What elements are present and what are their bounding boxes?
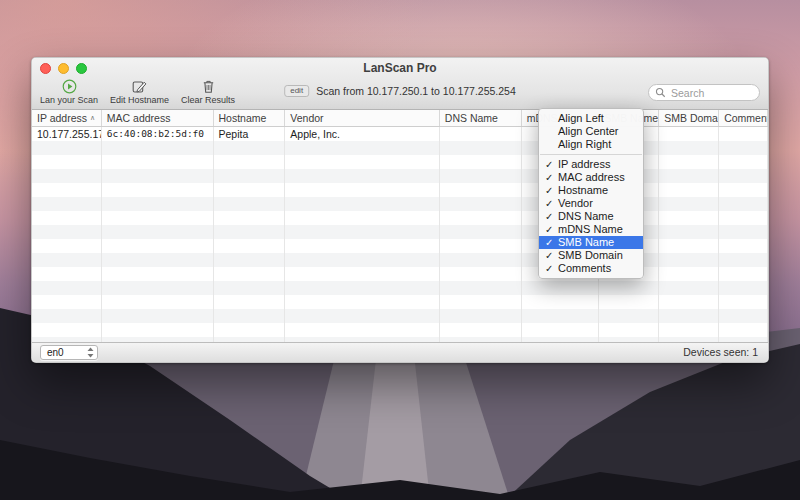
zoom-button[interactable] bbox=[76, 63, 87, 74]
clear-results-button[interactable]: Clear Results bbox=[181, 79, 235, 105]
table-cell bbox=[214, 281, 286, 295]
menu-item-column-vendor[interactable]: ✓Vendor bbox=[539, 197, 643, 210]
table-cell bbox=[285, 155, 440, 169]
search-field[interactable] bbox=[648, 84, 760, 101]
minimize-button[interactable] bbox=[58, 63, 69, 74]
close-button[interactable] bbox=[40, 63, 51, 74]
table-cell bbox=[659, 183, 719, 197]
column-header-smb-domain[interactable]: SMB Domain bbox=[659, 110, 719, 126]
table-cell bbox=[719, 281, 768, 295]
table-cell bbox=[659, 323, 719, 337]
table-cell bbox=[440, 295, 522, 309]
table-cell bbox=[659, 295, 719, 309]
table-cell bbox=[719, 169, 768, 183]
table-cell bbox=[285, 169, 440, 183]
table-cell bbox=[214, 323, 286, 337]
menu-item-column-smb-domain[interactable]: ✓SMB Domain bbox=[539, 249, 643, 262]
devices-seen-label: Devices seen: 1 bbox=[683, 346, 758, 358]
menu-item-column-mdns-name[interactable]: ✓mDNS Name bbox=[539, 223, 643, 236]
window-chrome: LanScan Pro Lan your Scan Edit Hostname bbox=[32, 58, 768, 110]
menu-item-column-dns-name[interactable]: ✓DNS Name bbox=[539, 210, 643, 223]
menu-item-column-mac-address[interactable]: ✓MAC address bbox=[539, 171, 643, 184]
title-bar[interactable]: LanScan Pro bbox=[32, 58, 768, 78]
table-cell bbox=[102, 225, 214, 239]
table-cell bbox=[285, 225, 440, 239]
edit-hostname-button[interactable]: Edit Hostname bbox=[110, 79, 169, 105]
table-cell bbox=[659, 309, 719, 323]
table-cell bbox=[285, 211, 440, 225]
menu-item-column-comments[interactable]: ✓Comments bbox=[539, 262, 643, 275]
column-header-mac-address[interactable]: MAC address bbox=[102, 110, 214, 126]
table-cell bbox=[214, 141, 286, 155]
context-menu-columns-group: ✓IP address✓MAC address✓Hostname✓Vendor✓… bbox=[539, 158, 643, 275]
menu-item-column-hostname[interactable]: ✓Hostname bbox=[539, 184, 643, 197]
checkmark-icon: ✓ bbox=[545, 236, 553, 249]
table-cell bbox=[659, 281, 719, 295]
column-header-comments[interactable]: Comments bbox=[719, 110, 768, 126]
menu-item-column-ip-address[interactable]: ✓IP address bbox=[539, 158, 643, 171]
column-header-ip-address[interactable]: IP address∧ bbox=[32, 110, 102, 126]
table-cell bbox=[440, 267, 522, 281]
trash-icon bbox=[201, 79, 216, 94]
checkmark-icon: ✓ bbox=[545, 262, 553, 275]
menu-item-align-center[interactable]: Align Center bbox=[539, 125, 643, 138]
table-cell bbox=[719, 211, 768, 225]
table-row bbox=[32, 267, 768, 281]
table-cell bbox=[32, 197, 102, 211]
table-cell bbox=[659, 197, 719, 211]
table-cell bbox=[285, 197, 440, 211]
table-cell bbox=[32, 225, 102, 239]
column-header-hostname[interactable]: Hostname bbox=[214, 110, 286, 126]
interface-select[interactable]: en0 bbox=[40, 345, 98, 360]
table-cell: 10.177.255.179 bbox=[32, 127, 102, 141]
table-cell bbox=[719, 309, 768, 323]
table-cell bbox=[102, 169, 214, 183]
pencil-icon bbox=[132, 79, 147, 94]
search-icon bbox=[655, 87, 666, 98]
table-row bbox=[32, 309, 768, 323]
traffic-lights bbox=[40, 63, 87, 74]
table-cell bbox=[440, 323, 522, 337]
checkmark-icon: ✓ bbox=[545, 223, 553, 236]
scan-button-label: Lan your Scan bbox=[40, 95, 98, 105]
table-row bbox=[32, 281, 768, 295]
table-cell bbox=[599, 295, 659, 309]
clear-results-label: Clear Results bbox=[181, 95, 235, 105]
table-cell bbox=[719, 225, 768, 239]
menu-item-align-right[interactable]: Align Right bbox=[539, 138, 643, 151]
table-cell bbox=[32, 239, 102, 253]
checkmark-icon: ✓ bbox=[545, 197, 553, 210]
table-cell bbox=[32, 295, 102, 309]
table-cell bbox=[102, 323, 214, 337]
table-cell bbox=[32, 281, 102, 295]
table-row bbox=[32, 197, 768, 211]
scan-range-group: edit Scan from 10.177.250.1 to 10.177.25… bbox=[284, 85, 516, 97]
menu-item-align-left[interactable]: Align Left bbox=[539, 112, 643, 125]
search-input[interactable] bbox=[669, 86, 753, 100]
table-cell bbox=[102, 239, 214, 253]
table-cell bbox=[102, 155, 214, 169]
table-row bbox=[32, 295, 768, 309]
table-cell bbox=[659, 127, 719, 141]
column-header-dns-name[interactable]: DNS Name bbox=[440, 110, 522, 126]
menu-item-column-smb-name[interactable]: ✓SMB Name bbox=[539, 236, 643, 249]
table-row bbox=[32, 141, 768, 155]
table-cell bbox=[440, 211, 522, 225]
edit-range-button[interactable]: edit bbox=[284, 85, 309, 97]
edit-hostname-label: Edit Hostname bbox=[110, 95, 169, 105]
table-cell bbox=[214, 309, 286, 323]
table-cell bbox=[214, 253, 286, 267]
table-row[interactable]: 10.177.255.1796c:40:08:b2:5d:f0PepitaApp… bbox=[32, 127, 768, 141]
scan-button[interactable]: Lan your Scan bbox=[40, 79, 98, 105]
table-cell bbox=[214, 211, 286, 225]
column-header-vendor[interactable]: Vendor bbox=[285, 110, 440, 126]
table-cell bbox=[440, 281, 522, 295]
table-cell bbox=[719, 155, 768, 169]
table-row bbox=[32, 239, 768, 253]
table-cell bbox=[659, 211, 719, 225]
table-cell bbox=[522, 281, 600, 295]
checkmark-icon: ✓ bbox=[545, 171, 553, 184]
checkmark-icon: ✓ bbox=[545, 184, 553, 197]
table-cell bbox=[214, 267, 286, 281]
interface-value: en0 bbox=[47, 347, 64, 358]
